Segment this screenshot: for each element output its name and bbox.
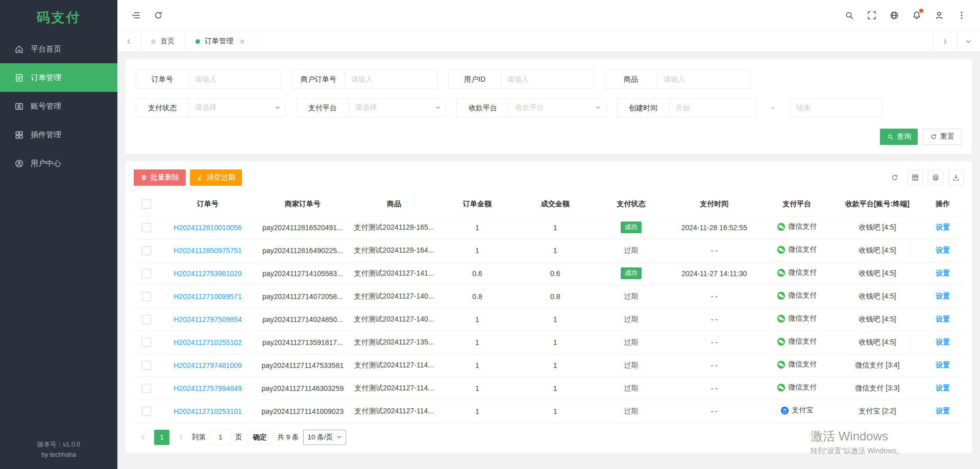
next-page-button[interactable] [174, 430, 188, 445]
paid-amount: 1 [553, 384, 557, 392]
select-all-checkbox[interactable] [142, 200, 151, 209]
end-date-input[interactable] [790, 98, 883, 117]
order-no-link[interactable]: H2024112757994849 [174, 384, 242, 392]
settings-link[interactable]: 设置 [936, 223, 950, 231]
row-checkbox[interactable] [142, 315, 151, 324]
wechat-pay-icon [777, 268, 786, 277]
batch-delete-button[interactable]: 批量删除 [134, 169, 186, 186]
tabs-menu-button[interactable] [957, 31, 980, 52]
row-checkbox[interactable] [142, 338, 151, 347]
filter-pay-status: 支付状态 请选择 [136, 98, 286, 117]
settings-link[interactable]: 设置 [936, 361, 950, 369]
filter-label: 商品 [604, 69, 657, 89]
filter-label: 商户订单号 [292, 69, 345, 89]
settings-link[interactable]: 设置 [936, 246, 950, 254]
language-button[interactable] [883, 4, 905, 27]
more-options-button[interactable] [950, 4, 973, 27]
user-profile-button[interactable] [928, 4, 950, 27]
pay-platform-select[interactable]: 请选择 [349, 98, 446, 117]
reset-button[interactable]: 重置 [923, 129, 962, 145]
settings-link[interactable]: 设置 [936, 292, 950, 300]
tabs-scroll-left-button[interactable] [117, 31, 141, 52]
sidebar-footer: 版本号：v1.0.0 by techhaha [0, 439, 117, 469]
settings-link[interactable]: 设置 [936, 315, 950, 323]
col-order-amount: 订单金额 [439, 193, 516, 216]
filter-create-time: 创建时间 [617, 98, 756, 117]
fullscreen-button[interactable] [861, 4, 883, 27]
settings-link[interactable]: 设置 [936, 407, 950, 415]
start-date-input[interactable] [670, 98, 756, 117]
col-merchant-order-no: 商家订单号 [256, 193, 349, 216]
platform-name: 微信支付 [788, 222, 817, 231]
row-checkbox[interactable] [142, 246, 151, 255]
prev-page-button[interactable] [136, 430, 150, 445]
chevron-down-icon [275, 107, 280, 112]
merchant-order-no-input[interactable] [345, 69, 438, 89]
notifications-button[interactable] [905, 4, 928, 27]
alipay-icon [780, 406, 789, 415]
tab-order-management[interactable]: 订单管理 [185, 31, 256, 52]
filter-label: 用户ID [448, 69, 501, 89]
print-button[interactable] [928, 170, 943, 185]
filter-pay-platform: 支付平台 请选择 [296, 98, 446, 117]
printer-icon [932, 174, 940, 182]
order-no-link[interactable]: H2024112710255102 [174, 338, 242, 347]
wechat-pay-icon [777, 314, 786, 323]
sidebar-item-order-management[interactable]: 订单管理 [0, 63, 117, 92]
order-no-link[interactable]: H2024112797509854 [174, 315, 242, 324]
refresh-table-button[interactable] [887, 170, 902, 185]
row-checkbox[interactable] [142, 384, 151, 393]
page-size-select[interactable]: 10 条/页 [303, 430, 347, 445]
current-page[interactable]: 1 [154, 430, 169, 445]
column-filter-button[interactable] [908, 170, 923, 185]
product-input[interactable] [657, 69, 750, 89]
collect-platform-select[interactable]: 收款平台 [509, 98, 606, 117]
tab-label: 首页 [160, 37, 175, 46]
row-checkbox[interactable] [142, 292, 151, 301]
export-button[interactable] [948, 170, 964, 185]
order-no-link[interactable]: H2024112710099571 [174, 292, 242, 301]
total-count: 共 9 条 [278, 433, 299, 442]
row-checkbox[interactable] [142, 223, 151, 232]
sidebar-item-platform-home[interactable]: 平台首页 [0, 35, 117, 63]
clear-expired-button[interactable]: 清空过期 [190, 169, 242, 186]
row-checkbox[interactable] [142, 407, 151, 416]
query-button-label: 查询 [897, 132, 911, 141]
table-row: H2024112797481009 pay202411271147533581 … [134, 354, 964, 377]
user-id-input[interactable] [501, 69, 594, 89]
settings-link[interactable]: 设置 [936, 338, 950, 346]
settings-link[interactable]: 设置 [936, 384, 950, 392]
sidebar-item-plugin-management[interactable]: 插件管理 [0, 120, 117, 149]
status-badge: 成功 [621, 267, 642, 279]
order-no-link[interactable]: H2024112850975751 [174, 246, 242, 255]
order-no-link[interactable]: H2024112797481009 [174, 361, 242, 369]
product-name: 支付测试20241128-165... [354, 223, 434, 231]
collect-account: 收钱吧 [4:5] [859, 338, 896, 346]
order-no-link[interactable]: H2024112710253101 [174, 407, 242, 415]
settings-link[interactable]: 设置 [936, 269, 950, 277]
platform-name: 微信支付 [788, 337, 817, 346]
sidebar: 码支付 平台首页 订单管理 账号管理 插件管理 用户中心 版本号：v1.0.0 … [0, 0, 117, 469]
collapse-sidebar-button[interactable] [125, 4, 147, 27]
sidebar-item-account-management[interactable]: 账号管理 [0, 92, 117, 120]
top-bar [117, 0, 980, 31]
goto-page-input[interactable] [210, 430, 231, 445]
tabs-scroll-right-button[interactable] [933, 31, 957, 52]
search-button[interactable] [838, 4, 861, 27]
sidebar-item-user-center[interactable]: 用户中心 [0, 149, 117, 178]
order-no-link[interactable]: H2024112753981029 [174, 269, 242, 278]
pay-time: - - [711, 338, 718, 347]
export-icon [952, 174, 960, 182]
close-tab-button[interactable] [239, 38, 246, 45]
reset-button-label: 重置 [940, 132, 954, 141]
query-button[interactable]: 查询 [880, 129, 918, 145]
pay-status-select[interactable]: 请选择 [189, 98, 286, 117]
order-no-link[interactable]: H2024112810010056 [174, 224, 242, 232]
tab-home[interactable]: 首页 [141, 31, 185, 52]
filter-label: 支付平台 [296, 98, 349, 117]
confirm-page-button[interactable]: 确定 [247, 430, 274, 445]
row-checkbox[interactable] [142, 361, 151, 370]
row-checkbox[interactable] [142, 269, 151, 278]
order-no-input[interactable] [189, 69, 282, 89]
refresh-page-button[interactable] [147, 4, 169, 27]
